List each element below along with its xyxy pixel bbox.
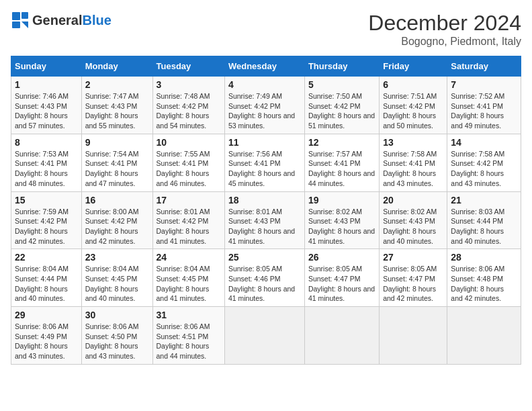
calendar-cell: 13 Sunrise: 7:58 AM Sunset: 4:41 PM Dayl…	[380, 134, 447, 191]
cell-info: Sunrise: 7:59 AM Sunset: 4:42 PM Dayligh…	[15, 207, 78, 246]
calendar-cell: 8 Sunrise: 7:53 AM Sunset: 4:41 PM Dayli…	[11, 134, 82, 191]
calendar-cell: 4 Sunrise: 7:49 AM Sunset: 4:42 PM Dayli…	[224, 77, 304, 134]
cell-info: Sunrise: 7:55 AM Sunset: 4:41 PM Dayligh…	[157, 149, 221, 189]
svg-rect-1	[21, 12, 28, 19]
weekday-header: Tuesday	[152, 56, 224, 77]
calendar-cell: 1 Sunrise: 7:46 AM Sunset: 4:43 PM Dayli…	[11, 77, 82, 134]
cell-info: Sunrise: 7:52 AM Sunset: 4:41 PM Dayligh…	[451, 91, 517, 131]
day-number: 26	[308, 252, 375, 263]
calendar-cell: 3 Sunrise: 7:48 AM Sunset: 4:42 PM Dayli…	[152, 77, 224, 134]
calendar-cell: 18 Sunrise: 8:01 AM Sunset: 4:43 PM Dayl…	[224, 191, 304, 249]
calendar-cell	[224, 307, 304, 365]
day-number: 25	[228, 252, 301, 263]
cell-info: Sunrise: 7:53 AM Sunset: 4:41 PM Dayligh…	[15, 149, 78, 189]
weekday-header-row: SundayMondayTuesdayWednesdayThursdayFrid…	[11, 56, 521, 77]
calendar-cell: 24 Sunrise: 8:04 AM Sunset: 4:45 PM Dayl…	[152, 249, 224, 307]
cell-info: Sunrise: 8:01 AM Sunset: 4:43 PM Dayligh…	[228, 207, 301, 246]
calendar-cell: 9 Sunrise: 7:54 AM Sunset: 4:41 PM Dayli…	[81, 134, 152, 191]
day-number: 11	[228, 137, 301, 148]
cell-info: Sunrise: 8:05 AM Sunset: 4:47 PM Dayligh…	[383, 264, 443, 304]
page-title: December 2024	[368, 11, 521, 36]
weekday-header: Thursday	[304, 56, 379, 77]
day-number: 1	[15, 79, 78, 90]
calendar-week-row: 15 Sunrise: 7:59 AM Sunset: 4:42 PM Dayl…	[11, 191, 521, 249]
calendar-cell: 31 Sunrise: 8:06 AM Sunset: 4:51 PM Dayl…	[152, 307, 224, 365]
calendar-cell: 19 Sunrise: 8:02 AM Sunset: 4:43 PM Dayl…	[304, 191, 379, 249]
cell-info: Sunrise: 8:04 AM Sunset: 4:44 PM Dayligh…	[15, 264, 78, 304]
cell-info: Sunrise: 8:02 AM Sunset: 4:43 PM Dayligh…	[308, 207, 375, 246]
calendar-cell	[380, 307, 447, 365]
cell-info: Sunrise: 8:06 AM Sunset: 4:48 PM Dayligh…	[451, 264, 517, 304]
day-number: 22	[15, 252, 78, 263]
calendar-cell	[447, 307, 521, 365]
calendar-cell: 22 Sunrise: 8:04 AM Sunset: 4:44 PM Dayl…	[11, 249, 82, 307]
calendar-cell: 15 Sunrise: 7:59 AM Sunset: 4:42 PM Dayl…	[11, 191, 82, 249]
calendar-cell: 6 Sunrise: 7:51 AM Sunset: 4:42 PM Dayli…	[380, 77, 447, 134]
day-number: 31	[157, 310, 221, 320]
weekday-header: Friday	[380, 56, 447, 77]
calendar-cell: 30 Sunrise: 8:06 AM Sunset: 4:50 PM Dayl…	[81, 307, 152, 365]
cell-info: Sunrise: 8:04 AM Sunset: 4:45 PM Dayligh…	[85, 264, 149, 304]
day-number: 7	[451, 79, 517, 90]
cell-info: Sunrise: 7:47 AM Sunset: 4:43 PM Dayligh…	[85, 91, 149, 131]
day-number: 6	[383, 79, 443, 90]
calendar-week-row: 29 Sunrise: 8:06 AM Sunset: 4:49 PM Dayl…	[11, 307, 521, 365]
day-number: 4	[228, 79, 301, 90]
cell-info: Sunrise: 7:58 AM Sunset: 4:42 PM Dayligh…	[451, 149, 517, 189]
day-number: 17	[157, 195, 221, 205]
cell-info: Sunrise: 8:02 AM Sunset: 4:43 PM Dayligh…	[383, 207, 443, 246]
calendar-week-row: 8 Sunrise: 7:53 AM Sunset: 4:41 PM Dayli…	[11, 134, 521, 191]
calendar-cell: 27 Sunrise: 8:05 AM Sunset: 4:47 PM Dayl…	[380, 249, 447, 307]
svg-rect-2	[12, 21, 20, 28]
calendar-cell: 14 Sunrise: 7:58 AM Sunset: 4:42 PM Dayl…	[447, 134, 521, 191]
calendar-cell: 21 Sunrise: 8:03 AM Sunset: 4:44 PM Dayl…	[447, 191, 521, 249]
cell-info: Sunrise: 7:46 AM Sunset: 4:43 PM Dayligh…	[15, 91, 78, 131]
day-number: 5	[308, 79, 375, 90]
calendar-week-row: 1 Sunrise: 7:46 AM Sunset: 4:43 PM Dayli…	[11, 77, 521, 134]
calendar-cell: 7 Sunrise: 7:52 AM Sunset: 4:41 PM Dayli…	[447, 77, 521, 134]
cell-info: Sunrise: 8:00 AM Sunset: 4:42 PM Dayligh…	[85, 207, 149, 246]
calendar-cell: 23 Sunrise: 8:04 AM Sunset: 4:45 PM Dayl…	[81, 249, 152, 307]
weekday-header: Saturday	[447, 56, 521, 77]
calendar-cell: 5 Sunrise: 7:50 AM Sunset: 4:42 PM Dayli…	[304, 77, 379, 134]
weekday-header: Sunday	[11, 56, 82, 77]
day-number: 3	[157, 79, 221, 90]
cell-info: Sunrise: 8:06 AM Sunset: 4:49 PM Dayligh…	[15, 322, 78, 361]
calendar-table: SundayMondayTuesdayWednesdayThursdayFrid…	[11, 56, 521, 365]
cell-info: Sunrise: 7:58 AM Sunset: 4:41 PM Dayligh…	[383, 149, 443, 189]
logo-text: GeneralBlue	[32, 13, 112, 28]
cell-info: Sunrise: 8:06 AM Sunset: 4:51 PM Dayligh…	[157, 322, 221, 361]
calendar-cell: 17 Sunrise: 8:01 AM Sunset: 4:42 PM Dayl…	[152, 191, 224, 249]
calendar-cell: 2 Sunrise: 7:47 AM Sunset: 4:43 PM Dayli…	[81, 77, 152, 134]
day-number: 9	[85, 137, 149, 148]
cell-info: Sunrise: 8:06 AM Sunset: 4:50 PM Dayligh…	[85, 322, 149, 361]
cell-info: Sunrise: 7:57 AM Sunset: 4:41 PM Dayligh…	[308, 149, 375, 189]
day-number: 28	[451, 252, 517, 263]
cell-info: Sunrise: 8:03 AM Sunset: 4:44 PM Dayligh…	[451, 207, 517, 246]
logo-icon	[11, 11, 30, 30]
day-number: 21	[451, 195, 517, 205]
cell-info: Sunrise: 8:05 AM Sunset: 4:47 PM Dayligh…	[308, 264, 375, 304]
calendar-cell: 10 Sunrise: 7:55 AM Sunset: 4:41 PM Dayl…	[152, 134, 224, 191]
cell-info: Sunrise: 8:01 AM Sunset: 4:42 PM Dayligh…	[157, 207, 221, 246]
calendar-cell: 16 Sunrise: 8:00 AM Sunset: 4:42 PM Dayl…	[81, 191, 152, 249]
cell-info: Sunrise: 7:48 AM Sunset: 4:42 PM Dayligh…	[157, 91, 221, 131]
calendar-cell: 12 Sunrise: 7:57 AM Sunset: 4:41 PM Dayl…	[304, 134, 379, 191]
calendar-cell: 29 Sunrise: 8:06 AM Sunset: 4:49 PM Dayl…	[11, 307, 82, 365]
day-number: 15	[15, 195, 78, 205]
calendar-week-row: 22 Sunrise: 8:04 AM Sunset: 4:44 PM Dayl…	[11, 249, 521, 307]
day-number: 10	[157, 137, 221, 148]
calendar-cell: 25 Sunrise: 8:05 AM Sunset: 4:46 PM Dayl…	[224, 249, 304, 307]
day-number: 29	[15, 310, 78, 320]
day-number: 19	[308, 195, 375, 205]
title-block: December 2024 Bogogno, Piedmont, Italy	[368, 11, 521, 48]
day-number: 18	[228, 195, 301, 205]
day-number: 20	[383, 195, 443, 205]
cell-info: Sunrise: 7:50 AM Sunset: 4:42 PM Dayligh…	[308, 91, 375, 131]
cell-info: Sunrise: 7:49 AM Sunset: 4:42 PM Dayligh…	[228, 91, 301, 131]
svg-rect-0	[12, 12, 20, 20]
calendar-cell: 11 Sunrise: 7:56 AM Sunset: 4:41 PM Dayl…	[224, 134, 304, 191]
page-subtitle: Bogogno, Piedmont, Italy	[368, 36, 521, 48]
calendar-cell: 28 Sunrise: 8:06 AM Sunset: 4:48 PM Dayl…	[447, 249, 521, 307]
day-number: 8	[15, 137, 78, 148]
